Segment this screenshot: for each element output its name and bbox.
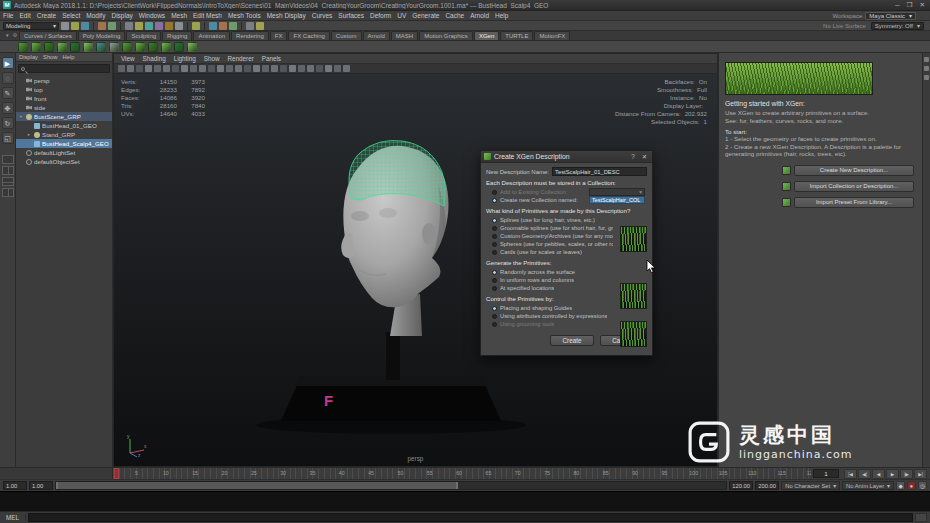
shelf-tab-motion-graphics[interactable]: Motion Graphics [419, 31, 473, 40]
snap-to-curve-icon[interactable] [135, 22, 143, 30]
menu-surfaces[interactable]: Surfaces [335, 11, 367, 21]
gate-mask-icon[interactable] [208, 65, 215, 72]
create-button[interactable]: Create [550, 335, 594, 346]
command-mode-button[interactable]: MEL [0, 514, 26, 521]
paint-select-tool[interactable]: ✎ [2, 87, 14, 99]
depth-of-field-icon[interactable] [325, 65, 332, 72]
ipr-render-icon[interactable] [219, 22, 227, 30]
new-scene-icon[interactable] [61, 22, 69, 30]
shadows-icon[interactable] [289, 65, 296, 72]
hypershade-icon[interactable] [256, 22, 264, 30]
open-scene-icon[interactable] [71, 22, 79, 30]
import-preset-from-library-button[interactable]: Import Preset From Library... [794, 197, 914, 208]
play-backwards-button[interactable]: ◀ [872, 469, 885, 479]
menu-mesh-display[interactable]: Mesh Display [264, 11, 309, 21]
time-slider-track[interactable]: 5101520253035404550556065707580859095100… [113, 468, 811, 479]
maximize-button[interactable]: ❐ [907, 1, 913, 9]
camera-attributes-icon[interactable] [136, 65, 143, 72]
xgen-guides-icon[interactable] [57, 42, 67, 52]
animation-end-field[interactable]: 200.00 [755, 481, 779, 490]
screen-space-ao-icon[interactable] [298, 65, 305, 72]
minimize-button[interactable]: ─ [895, 1, 900, 9]
outliner-item-defaultlightset[interactable]: defaultLightSet [16, 148, 112, 157]
image-plane-icon[interactable] [154, 65, 161, 72]
viewport-menu-renderer[interactable]: Renderer [223, 55, 257, 62]
expand-arrow-icon[interactable]: ▸ [26, 132, 32, 137]
script-editor-icon[interactable] [915, 513, 927, 522]
outliner-search-field[interactable] [18, 64, 110, 73]
menu-file[interactable]: File [0, 11, 16, 21]
attribute-editor-icon[interactable] [924, 57, 929, 62]
xgen-noise-modifier-icon[interactable] [122, 42, 132, 52]
menu-select[interactable]: Select [59, 11, 83, 21]
save-scene-icon[interactable] [81, 22, 89, 30]
menu-create[interactable]: Create [34, 11, 60, 21]
xgen-groomable-splines-icon[interactable] [44, 42, 54, 52]
range-slider-bar[interactable] [56, 482, 458, 489]
textured-icon[interactable] [271, 65, 278, 72]
xgen-clump-modifier-icon[interactable] [135, 42, 145, 52]
shelf-tab-fx[interactable]: FX [270, 31, 288, 40]
menu-mesh-tools[interactable]: Mesh Tools [225, 11, 264, 21]
shelf-tab-rigging[interactable]: Rigging [162, 31, 192, 40]
menu-help[interactable]: Help [492, 11, 511, 21]
xgen-length-brush-icon[interactable] [96, 42, 106, 52]
command-input[interactable] [28, 513, 913, 522]
viewport-menu-shading[interactable]: Shading [139, 55, 170, 62]
animation-preferences-icon[interactable]: ◷ [918, 481, 927, 490]
shelf-tab-fx-caching[interactable]: FX Caching [288, 31, 329, 40]
shelf-tab-rendering[interactable]: Rendering [231, 31, 269, 40]
menu-windows[interactable]: Windows [136, 11, 168, 21]
lasso-select-tool[interactable]: ◌ [2, 72, 14, 84]
shelf-tab-motionfx[interactable]: MotionFX [534, 31, 570, 40]
layout-two-pane-button[interactable] [2, 166, 14, 175]
set-key-icon[interactable]: ◆ [896, 481, 905, 490]
viewport-menu-view[interactable]: View [117, 55, 139, 62]
xgen-preview-icon[interactable] [148, 42, 158, 52]
playback-start-field[interactable]: 1.00 [29, 481, 53, 490]
redo-icon[interactable] [108, 22, 116, 30]
layout-four-pane-button[interactable] [2, 188, 14, 197]
animation-start-field[interactable]: 1.00 [3, 481, 27, 490]
2d-pan-zoom-icon[interactable] [163, 65, 170, 72]
field-chart-icon[interactable] [217, 65, 224, 72]
motion-blur-icon[interactable] [307, 65, 314, 72]
current-frame-field[interactable]: 1 [813, 469, 839, 478]
multisample-aa-icon[interactable] [316, 65, 323, 72]
x-ray-icon[interactable] [343, 65, 350, 72]
dialog-help-button[interactable]: ? [629, 153, 637, 160]
film-gate-icon[interactable] [190, 65, 197, 72]
expand-arrow-icon[interactable]: ▾ [18, 114, 24, 119]
menu-deform[interactable]: Deform [367, 11, 394, 21]
render-settings-icon[interactable] [229, 22, 237, 30]
isolate-select-icon[interactable] [334, 65, 341, 72]
snap-to-projected-center-icon[interactable] [155, 22, 163, 30]
outliner-item-persp[interactable]: persp [16, 76, 112, 85]
resolution-gate-icon[interactable] [199, 65, 206, 72]
import-collection-or-description-button[interactable]: Import Collection or Description... [794, 181, 914, 192]
close-button[interactable]: ✕ [920, 1, 925, 9]
outliner-item-bustscene-grp[interactable]: ▾BustScene_GRP [16, 112, 112, 121]
go-to-start-button[interactable]: |◀ [844, 469, 857, 479]
step-back-frame-button[interactable]: ◀| [858, 469, 871, 479]
viewport-menu-show[interactable]: Show [200, 55, 224, 62]
play-forwards-button[interactable]: ▶ [886, 469, 899, 479]
grease-pencil-icon[interactable] [172, 65, 179, 72]
menu-mesh[interactable]: Mesh [168, 11, 190, 21]
rotate-tool[interactable]: ↻ [2, 117, 14, 129]
xgen-library-icon[interactable] [174, 42, 184, 52]
menu-display[interactable]: Display [108, 11, 135, 21]
menu-edit[interactable]: Edit [16, 11, 33, 21]
tool-settings-icon[interactable] [924, 66, 929, 71]
shelf-tab-animation[interactable]: Animation [193, 31, 230, 40]
stand-post[interactable] [386, 332, 400, 380]
viewport-menu-panels[interactable]: Panels [258, 55, 285, 62]
outliner-item-side[interactable]: side [16, 103, 112, 112]
lock-camera-icon[interactable] [127, 65, 134, 72]
menu-set-selector[interactable]: Modeling ▾ [3, 22, 59, 30]
use-default-material-icon[interactable] [262, 65, 269, 72]
range-slider-track[interactable] [55, 481, 727, 490]
existing-collection-dropdown[interactable]: ▾ [589, 188, 645, 196]
outliner-menu-show[interactable]: Show [43, 54, 58, 60]
shelf-gear-icon[interactable]: ⚙ [11, 31, 19, 40]
